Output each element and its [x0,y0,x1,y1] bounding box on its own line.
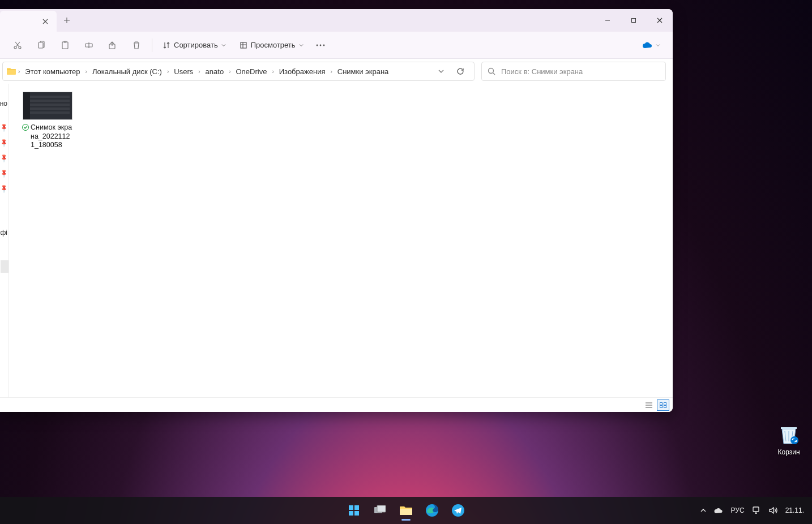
search-box[interactable] [481,62,666,81]
svg-point-18 [790,436,798,444]
onedrive-tray-icon[interactable] [714,508,723,514]
svg-rect-15 [664,402,666,405]
new-tab-button[interactable] [57,9,77,32]
active-tab[interactable] [0,11,57,32]
svg-rect-3 [39,42,43,48]
task-view-button[interactable] [369,499,391,522]
search-icon [488,67,495,75]
svg-rect-19 [349,505,353,510]
refresh-icon[interactable] [454,65,467,78]
cut-icon[interactable] [7,35,28,55]
statusbar [0,397,673,412]
breadcrumb[interactable]: anato [202,65,228,78]
recycle-bin-icon [777,423,800,446]
cloud-icon [642,42,652,49]
paste-icon[interactable] [54,35,76,55]
rename-icon[interactable] [78,35,100,55]
chevron-right-icon: › [85,68,88,75]
svg-point-9 [316,44,318,46]
svg-point-13 [23,124,29,131]
breadcrumb[interactable]: Локальный диск (C:) [89,65,165,78]
file-thumbnail [23,92,72,120]
search-input[interactable] [501,67,660,76]
titlebar [0,9,673,32]
chevron-right-icon: › [228,68,231,75]
sync-status-icon [22,124,29,150]
chevron-down-icon [299,43,304,48]
close-tab-icon[interactable] [40,16,51,27]
file-name: Снимок экрана_20221121_180058 [31,123,73,150]
thumbnails-view-button[interactable] [657,400,669,411]
address-row: › Этот компьютер › Локальный диск (C:) ›… [0,59,673,84]
explorer-body: но 📌 📌 📌 📌 📌 фі Снимок экрана_20221121_1… [0,84,673,397]
pin-icon: 📌 [0,138,8,147]
file-explorer-window: Сортировать Просмотреть › Этот компьютер… [0,9,673,412]
chevron-right-icon: › [330,68,332,75]
minimize-button[interactable] [595,9,621,32]
recycle-bin-desktop-icon[interactable]: Корзин [769,423,809,456]
folder-icon [6,67,16,76]
sidebar-item-label: но [0,100,7,108]
taskbar: РУС 21.11. [0,497,812,524]
view-dropdown[interactable]: Просмотреть [234,35,309,55]
maximize-button[interactable] [621,9,647,32]
details-view-button[interactable] [643,400,655,411]
breadcrumb[interactable]: Users [170,65,196,78]
breadcrumb[interactable]: Снимки экрана [334,65,392,78]
sidebar-item-selected[interactable] [1,260,8,273]
clock-date[interactable]: 21.11. [785,506,804,514]
copy-icon[interactable] [31,35,52,55]
pin-icon: 📌 [0,184,8,193]
file-item[interactable]: Снимок экрана_20221121_180058 [19,92,76,150]
chevron-right-icon: › [18,68,20,75]
start-button[interactable] [343,499,365,522]
svg-point-12 [489,68,494,74]
more-icon[interactable] [311,35,330,55]
share-icon[interactable] [102,35,123,55]
svg-rect-27 [753,507,759,512]
system-tray: РУС 21.11. [693,506,812,514]
svg-rect-16 [660,405,663,407]
pin-icon: 📌 [0,169,8,178]
pin-icon: 📌 [0,123,8,132]
file-name-row: Снимок экрана_20221121_180058 [22,123,73,150]
volume-tray-icon[interactable] [769,506,777,514]
svg-rect-22 [354,511,359,516]
breadcrumb[interactable]: Этот компьютер [22,65,83,78]
taskbar-center [343,499,469,522]
address-bar[interactable]: › Этот компьютер › Локальный диск (C:) ›… [2,62,475,81]
svg-point-11 [323,44,324,46]
window-controls [595,9,673,32]
svg-rect-0 [632,19,636,23]
svg-point-2 [19,46,21,49]
svg-rect-8 [241,42,246,48]
sort-dropdown[interactable]: Сортировать [157,35,232,55]
svg-rect-24 [377,505,386,512]
svg-rect-14 [660,402,663,405]
svg-rect-20 [354,505,359,510]
svg-point-1 [14,46,16,49]
svg-rect-4 [62,42,68,49]
breadcrumb[interactable]: OneDrive [232,65,270,78]
telegram-taskbar-icon[interactable] [447,499,469,522]
sort-label: Сортировать [174,41,218,49]
chevron-down-icon [221,43,226,48]
onedrive-status[interactable] [642,42,666,49]
chevron-right-icon: › [166,68,169,75]
chevron-right-icon: › [271,68,274,75]
file-explorer-taskbar-icon[interactable] [395,499,417,522]
sidebar-item-label: фі [0,229,7,237]
svg-rect-21 [349,511,353,516]
navigation-pane[interactable]: но 📌 📌 📌 📌 📌 фі [0,84,9,397]
breadcrumb[interactable]: Изображения [276,65,329,78]
tray-overflow-icon[interactable] [700,508,706,513]
delete-icon[interactable] [126,35,147,55]
pin-icon: 📌 [0,153,8,162]
edge-taskbar-icon[interactable] [421,499,443,522]
file-list[interactable]: Снимок экрана_20221121_180058 [9,84,673,397]
network-tray-icon[interactable] [753,506,761,514]
close-window-button[interactable] [647,9,673,32]
language-indicator[interactable]: РУС [731,506,745,514]
history-dropdown-icon[interactable] [434,65,448,78]
recycle-bin-label: Корзин [769,448,809,456]
